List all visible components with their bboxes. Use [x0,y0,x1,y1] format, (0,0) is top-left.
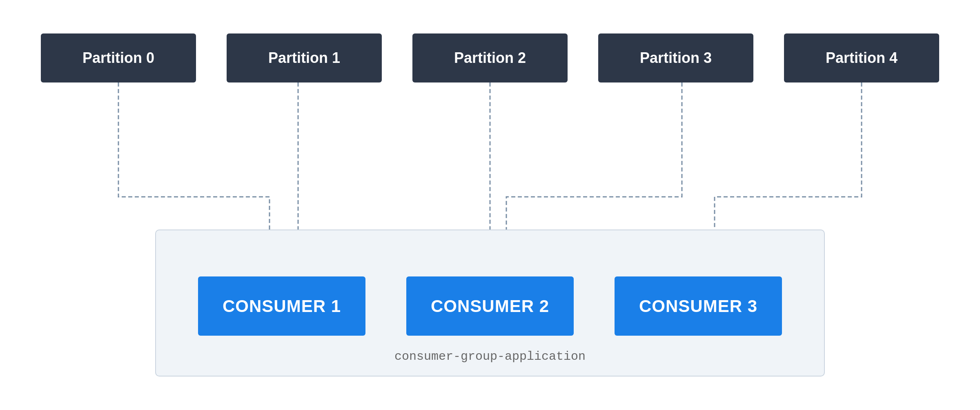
partition-1: Partition 1 [227,33,382,82]
partitions-row: Partition 0 Partition 1 Partition 2 Part… [41,33,939,82]
group-label: consumer-group-application [394,350,586,363]
partition-4: Partition 4 [784,33,939,82]
consumer-group: CONSUMER 1 CONSUMER 2 CONSUMER 3 consume… [155,230,825,377]
partition-2: Partition 2 [412,33,568,82]
partition-3: Partition 3 [598,33,753,82]
consumer-3: CONSUMER 3 [615,276,782,336]
consumer-2: CONSUMER 2 [406,276,574,336]
partition-0: Partition 0 [41,33,196,82]
consumer-1: CONSUMER 1 [198,276,365,336]
consumers-row: CONSUMER 1 CONSUMER 2 CONSUMER 3 [198,276,782,336]
diagram: Partition 0 Partition 1 Partition 2 Part… [41,21,939,389]
